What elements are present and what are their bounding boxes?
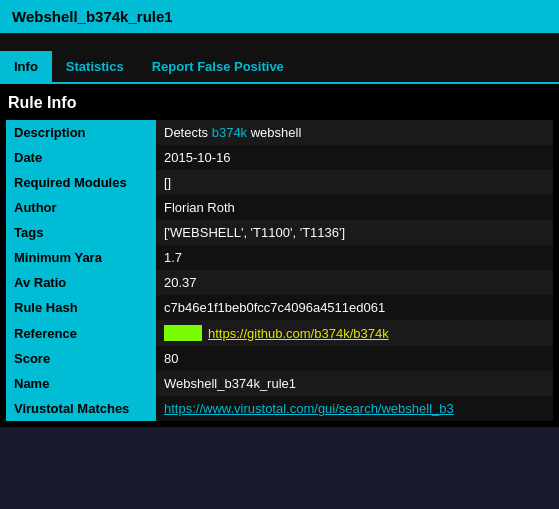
field-key-av-ratio: Av Ratio <box>6 270 156 295</box>
field-key-author: Author <box>6 195 156 220</box>
table-row: Minimum Yara 1.7 <box>6 245 553 270</box>
field-key-required-modules: Required Modules <box>6 170 156 195</box>
dark-band <box>0 33 559 51</box>
field-value-date: 2015-10-16 <box>156 145 553 170</box>
table-row: Reference https://github.com/b374k/b374k <box>6 320 553 346</box>
main-content: Rule Info Description Detects b374k webs… <box>0 84 559 427</box>
field-value-av-ratio: 20.37 <box>156 270 553 295</box>
table-row: Date 2015-10-16 <box>6 145 553 170</box>
field-value-tags: ['WEBSHELL', 'T1100', 'T1136'] <box>156 220 553 245</box>
field-value-required-modules: [] <box>156 170 553 195</box>
table-row: Description Detects b374k webshell <box>6 120 553 145</box>
field-key-tags: Tags <box>6 220 156 245</box>
field-key-minimum-yara: Minimum Yara <box>6 245 156 270</box>
table-row: Virustotal Matches https://www.virustota… <box>6 396 553 421</box>
virustotal-link[interactable]: https://www.virustotal.com/gui/search/we… <box>164 401 454 416</box>
tab-info[interactable]: Info <box>0 51 52 82</box>
reference-link[interactable]: https://github.com/b374k/b374k <box>208 326 389 341</box>
description-highlight: b374k <box>212 125 247 140</box>
field-key-reference: Reference <box>6 320 156 346</box>
field-value-author: Florian Roth <box>156 195 553 220</box>
field-value-reference: https://github.com/b374k/b374k <box>156 320 553 346</box>
field-key-date: Date <box>6 145 156 170</box>
rule-info-table: Description Detects b374k webshell Date … <box>6 120 553 421</box>
field-value-virustotal: https://www.virustotal.com/gui/search/we… <box>156 396 553 421</box>
table-row: Author Florian Roth <box>6 195 553 220</box>
field-key-score: Score <box>6 346 156 371</box>
tab-statistics[interactable]: Statistics <box>52 51 138 82</box>
field-value-description: Detects b374k webshell <box>156 120 553 145</box>
table-row: Av Ratio 20.37 <box>6 270 553 295</box>
table-row: Required Modules [] <box>6 170 553 195</box>
field-value-name: Webshell_b374k_rule1 <box>156 371 553 396</box>
table-row: Score 80 <box>6 346 553 371</box>
tab-bar: Info Statistics Report False Positive <box>0 51 559 84</box>
field-key-description: Description <box>6 120 156 145</box>
table-row: Name Webshell_b374k_rule1 <box>6 371 553 396</box>
field-value-score: 80 <box>156 346 553 371</box>
field-key-virustotal: Virustotal Matches <box>6 396 156 421</box>
field-value-rule-hash: c7b46e1f1beb0fcc7c4096a4511ed061 <box>156 295 553 320</box>
window-title: Webshell_b374k_rule1 <box>0 0 559 33</box>
field-key-name: Name <box>6 371 156 396</box>
field-key-rule-hash: Rule Hash <box>6 295 156 320</box>
section-title: Rule Info <box>6 94 553 112</box>
tab-report[interactable]: Report False Positive <box>138 51 298 82</box>
field-value-minimum-yara: 1.7 <box>156 245 553 270</box>
table-row: Rule Hash c7b46e1f1beb0fcc7c4096a4511ed0… <box>6 295 553 320</box>
green-bar-indicator <box>164 325 202 341</box>
table-row: Tags ['WEBSHELL', 'T1100', 'T1136'] <box>6 220 553 245</box>
